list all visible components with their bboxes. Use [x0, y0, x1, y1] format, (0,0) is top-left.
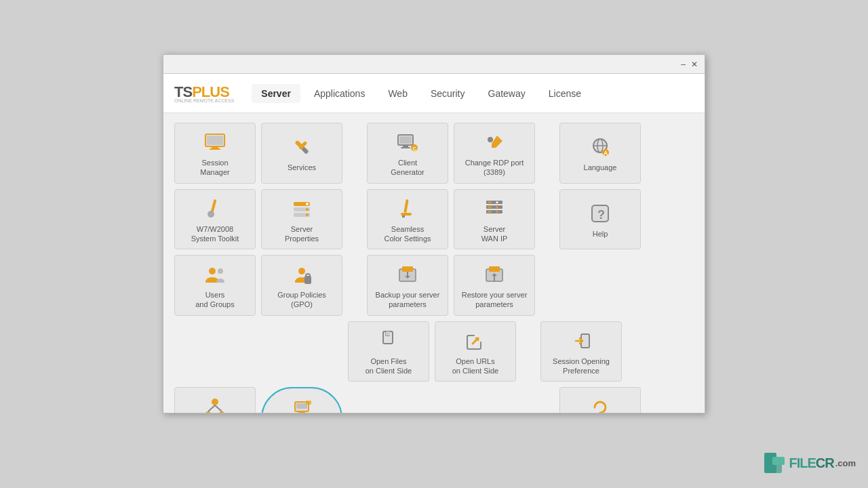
- join-farm-icon: [203, 395, 227, 413]
- w7w2008-label: W7/W2008System Toolkit: [191, 224, 239, 244]
- svg-rect-33: [488, 201, 492, 203]
- w7w2008-tile[interactable]: W7/W2008System Toolkit: [174, 189, 256, 250]
- group-policies-icon: [290, 262, 314, 287]
- services-label: Services: [288, 163, 316, 172]
- svg-rect-29: [402, 216, 405, 218]
- svg-rect-48: [407, 272, 408, 277]
- users-groups-tile[interactable]: Usersand Groups: [174, 255, 256, 316]
- backup-label: Backup your serverparameters: [376, 290, 440, 310]
- language-tile[interactable]: A Language: [559, 123, 641, 184]
- svg-point-24: [306, 203, 309, 205]
- seamless-color-icon: [395, 197, 420, 221]
- session-manager-label: SessionManager: [200, 158, 229, 178]
- svg-text:A: A: [604, 150, 608, 157]
- svg-point-26: [306, 214, 309, 216]
- logo: TSPLUS ONLINE REMOTE ACCESS: [174, 83, 234, 103]
- row-5: JoinFarm Controller FarmManager: [174, 387, 694, 413]
- svg-rect-47: [402, 266, 413, 272]
- filecr-domain: .com: [835, 458, 856, 468]
- svg-rect-3: [207, 136, 223, 145]
- server-properties-tile[interactable]: ServerProperties: [261, 189, 342, 250]
- svg-text:C: C: [413, 146, 417, 152]
- svg-point-56: [219, 411, 224, 413]
- client-generator-icon: C: [395, 130, 420, 155]
- minimize-button[interactable]: –: [678, 60, 688, 69]
- nav-license[interactable]: License: [539, 84, 591, 103]
- svg-point-42: [218, 268, 223, 274]
- row-2: W7/W2008System Toolkit ServerPrope: [174, 189, 694, 250]
- tiles-grid: SessionManager: [174, 123, 694, 413]
- nav-security[interactable]: Security: [421, 84, 475, 103]
- content-area: SessionManager: [163, 113, 705, 413]
- server-wanip-icon: [482, 197, 507, 221]
- wrench-icon: [290, 135, 314, 159]
- close-button[interactable]: ✕: [688, 60, 701, 69]
- svg-point-36: [496, 201, 498, 203]
- seamless-color-tile[interactable]: SeamlessColor Settings: [367, 189, 448, 250]
- users-icon: [203, 262, 227, 287]
- farm-manager-icon: [290, 395, 314, 413]
- logo-subtitle: ONLINE REMOTE ACCESS: [174, 98, 234, 103]
- filecr-icon: [762, 450, 787, 476]
- restore-tile[interactable]: Restore your serverparameters: [454, 255, 535, 316]
- row-3: Usersand Groups Group Policies(GPO): [174, 255, 694, 316]
- svg-point-55: [205, 411, 211, 413]
- main-window: – ✕ TSPLUS ONLINE REMOTE ACCESS Server A…: [163, 54, 705, 413]
- svg-rect-10: [401, 147, 410, 148]
- svg-rect-1: [212, 146, 218, 148]
- users-groups-label: Usersand Groups: [195, 290, 234, 310]
- group-policies-label: Group Policies(GPO): [277, 290, 326, 310]
- title-bar: – ✕: [163, 55, 705, 74]
- session-opening-tile[interactable]: Session OpeningPreference: [540, 321, 622, 382]
- join-farm-tile[interactable]: JoinFarm Controller: [174, 387, 256, 413]
- monitor-icon: [203, 130, 227, 155]
- backup-tile[interactable]: Backup your serverparameters: [367, 255, 448, 316]
- svg-rect-45: [306, 274, 310, 277]
- open-files-tile[interactable]: Open Fileson Client Side: [348, 321, 429, 382]
- change-rdp-tile[interactable]: Change RDP port(3389): [454, 123, 535, 184]
- svg-rect-34: [488, 206, 492, 207]
- help-icon: ?: [588, 201, 612, 226]
- svg-rect-28: [401, 213, 412, 216]
- svg-rect-63: [306, 401, 311, 405]
- help-label: Help: [593, 229, 608, 239]
- change-rdp-label: Change RDP port(3389): [465, 158, 524, 178]
- client-generator-label: ClientGenerator: [391, 158, 425, 178]
- backup-icon: [395, 262, 420, 287]
- svg-rect-27: [403, 199, 408, 212]
- services-tile[interactable]: Services: [261, 123, 342, 184]
- restore-label: Restore your serverparameters: [462, 290, 528, 310]
- nav-applications[interactable]: Applications: [304, 84, 375, 103]
- svg-point-38: [496, 211, 498, 213]
- help-tile[interactable]: ? Help: [559, 189, 641, 250]
- svg-rect-51: [494, 276, 495, 281]
- restore-icon: [482, 262, 507, 287]
- open-urls-tile[interactable]: Open URLson Client Side: [435, 321, 516, 382]
- nav-server[interactable]: Server: [252, 84, 300, 103]
- svg-rect-9: [403, 145, 408, 147]
- server-properties-icon: [290, 197, 314, 221]
- nav-gateway[interactable]: Gateway: [479, 84, 535, 103]
- svg-rect-8: [399, 136, 412, 144]
- session-manager-tile[interactable]: SessionManager: [174, 123, 256, 184]
- server-wanip-tile[interactable]: ServerWAN IP: [454, 189, 535, 250]
- svg-point-54: [212, 399, 218, 405]
- open-urls-icon: [463, 329, 488, 353]
- group-policies-tile[interactable]: Group Policies(GPO): [261, 255, 342, 316]
- farm-manager-tile[interactable]: FarmManager: [261, 387, 342, 413]
- open-files-icon: [376, 329, 401, 353]
- change-rdp-icon: [482, 130, 507, 155]
- svg-rect-50: [489, 266, 500, 272]
- open-urls-label: Open URLson Client Side: [452, 357, 499, 376]
- svg-rect-35: [488, 211, 492, 212]
- client-generator-tile[interactable]: C ClientGenerator: [367, 123, 448, 184]
- reboot-icon: [588, 395, 612, 413]
- svg-text:?: ?: [597, 208, 605, 222]
- svg-rect-60: [296, 403, 307, 409]
- nav-bar: TSPLUS ONLINE REMOTE ACCESS Server Appli…: [163, 74, 705, 113]
- svg-point-37: [496, 206, 498, 208]
- svg-rect-2: [210, 148, 220, 150]
- server-properties-label: ServerProperties: [285, 224, 319, 244]
- nav-web[interactable]: Web: [378, 84, 417, 103]
- reboot-server-tile[interactable]: Rebootthe Server: [559, 387, 641, 413]
